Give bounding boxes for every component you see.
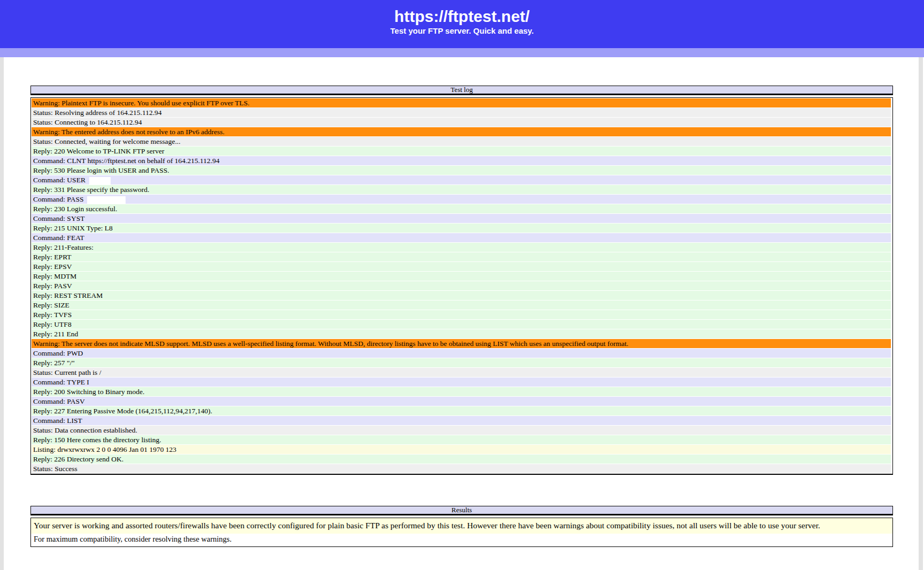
log-row-text: Status: Current path is / [33, 368, 102, 376]
site-header: https://ftptest.net/ Test your FTP serve… [0, 0, 924, 48]
log-row-text: Reply: REST STREAM [33, 291, 103, 299]
log-row: Warning: The server does not indicate ML… [32, 339, 891, 348]
log-row: Reply: EPRT [32, 252, 891, 261]
log-row-text: Reply: 215 UNIX Type: L8 [33, 224, 113, 232]
site-subtitle: Test your FTP server. Quick and easy. [0, 26, 924, 36]
redacted-value [87, 196, 126, 204]
log-row-text: Status: Connected, waiting for welcome m… [33, 137, 181, 145]
log-row: Reply: EPSV [32, 262, 891, 271]
header-accent-strip [0, 48, 924, 57]
log-row: Reply: 150 Here comes the directory list… [32, 435, 891, 444]
log-row: Status: Current path is / [32, 368, 891, 377]
log-row-text: Reply: 211-Features: [33, 243, 94, 251]
log-row-text: Warning: The entered address does not re… [33, 128, 224, 136]
log-row: Reply: 230 Login successful. [32, 204, 891, 213]
log-row: Status: Resolving address of 164.215.112… [32, 108, 891, 117]
log-row-text: Reply: 220 Welcome to TP-LINK FTP server [33, 147, 164, 155]
log-row-text: Reply: PASV [33, 282, 72, 290]
log-row-text: Reply: 150 Here comes the directory list… [33, 436, 161, 444]
log-row-text: Reply: EPSV [33, 263, 72, 271]
log-row-text: Command: LIST [33, 417, 82, 425]
site-title: https://ftptest.net/ [0, 0, 924, 25]
log-row: Status: Connected, waiting for welcome m… [32, 137, 891, 146]
log-row-text: Listing: drwxrwxrwx 2 0 0 4096 Jan 01 19… [33, 445, 176, 453]
log-row-text: Reply: UTF8 [33, 320, 72, 328]
log-row: Reply: UTF8 [32, 320, 891, 329]
log-row-text: Reply: EPRT [33, 253, 72, 261]
log-row-text: Reply: 227 Entering Passive Mode (164,21… [33, 407, 212, 415]
log-row: Status: Success [32, 464, 891, 473]
log-row: Command: USER [32, 175, 891, 184]
log-row: Reply: TVFS [32, 310, 891, 319]
log-row-text: Reply: 200 Switching to Binary mode. [33, 388, 145, 396]
main-content: Test log Warning: Plaintext FTP is insec… [30, 86, 893, 547]
log-row-text: Reply: 211 End [33, 330, 78, 338]
log-row: Reply: 227 Entering Passive Mode (164,21… [32, 406, 891, 415]
log-row: Status: Connecting to 164.215.112.94 [32, 118, 891, 127]
log-row: Reply: 220 Welcome to TP-LINK FTP server [32, 147, 891, 156]
log-row: Reply: REST STREAM [32, 291, 891, 300]
log-row-text: Command: CLNT https://ftptest.net on beh… [33, 157, 220, 165]
log-row-text: Command: PWD [33, 349, 83, 357]
log-row: Reply: 257 "/" [32, 358, 891, 367]
log-row-text: Warning: The server does not indicate ML… [33, 340, 628, 348]
log-row-text: Command: FEAT [33, 234, 84, 242]
log-row: Status: Data connection established. [32, 426, 891, 435]
results-summary: Your server is working and assorted rout… [31, 518, 892, 534]
log-row-text: Reply: 331 Please specify the password. [33, 186, 149, 194]
log-row: Listing: drwxrwxrwx 2 0 0 4096 Jan 01 19… [32, 445, 891, 454]
results-note: For maximum compatibility, consider reso… [31, 534, 892, 546]
log-row-text: Reply: 530 Please login with USER and PA… [33, 166, 169, 174]
redacted-value [89, 177, 111, 184]
log-row: Command: LIST [32, 416, 891, 425]
log-row: Command: TYPE I [32, 378, 891, 387]
log-row: Command: PWD [32, 349, 891, 358]
log-row: Warning: Plaintext FTP is insecure. You … [32, 98, 891, 107]
log-row: Reply: 200 Switching to Binary mode. [32, 387, 891, 396]
log-row: Reply: PASV [32, 281, 891, 290]
log-row-text: Command: USER [33, 176, 86, 184]
log-row: Command: FEAT [32, 233, 891, 242]
log-row: Reply: 215 UNIX Type: L8 [32, 224, 891, 233]
log-row-text: Reply: 226 Directory send OK. [33, 455, 123, 463]
log-row: Command: PASV [32, 397, 891, 406]
log-row-text: Status: Resolving address of 164.215.112… [33, 109, 162, 117]
log-row: Warning: The entered address does not re… [32, 127, 891, 136]
log-row: Reply: 530 Please login with USER and PA… [32, 166, 891, 175]
log-row-text: Command: PASV [33, 397, 85, 405]
log-row-text: Reply: MDTM [33, 272, 76, 280]
log-row: Command: CLNT https://ftptest.net on beh… [32, 156, 891, 165]
right-scrollbar-track[interactable] [919, 57, 923, 570]
log-row-text: Status: Success [33, 465, 77, 473]
results-caption: Results [30, 506, 893, 515]
log-row-text: Command: TYPE I [33, 378, 89, 386]
log-row: Reply: 211-Features: [32, 243, 891, 252]
log-row: Reply: MDTM [32, 272, 891, 281]
results-body: Your server is working and assorted rout… [30, 518, 893, 547]
log-row-text: Warning: Plaintext FTP is insecure. You … [33, 99, 250, 107]
log-row-text: Reply: SIZE [33, 301, 69, 309]
log-row-text: Command: SYST [33, 214, 84, 222]
log-row-text: Status: Data connection established. [33, 426, 137, 434]
log-row: Reply: 331 Please specify the password. [32, 185, 891, 194]
log-row-text: Status: Connecting to 164.215.112.94 [33, 118, 142, 126]
log-row-text: Reply: 230 Login successful. [33, 205, 117, 213]
test-log-caption: Test log [30, 86, 893, 95]
log-row-text: Command: PASS [33, 195, 83, 203]
left-gutter [0, 57, 4, 570]
log-row: Reply: 226 Directory send OK. [32, 455, 891, 464]
log-row: Reply: 211 End [32, 329, 891, 338]
log-row: Command: SYST [32, 214, 891, 223]
test-log-body: Warning: Plaintext FTP is insecure. You … [30, 97, 893, 475]
log-row-text: Reply: TVFS [33, 311, 72, 319]
log-row: Command: PASS [32, 195, 891, 204]
log-row-text: Reply: 257 "/" [33, 359, 75, 367]
log-row: Reply: SIZE [32, 301, 891, 310]
